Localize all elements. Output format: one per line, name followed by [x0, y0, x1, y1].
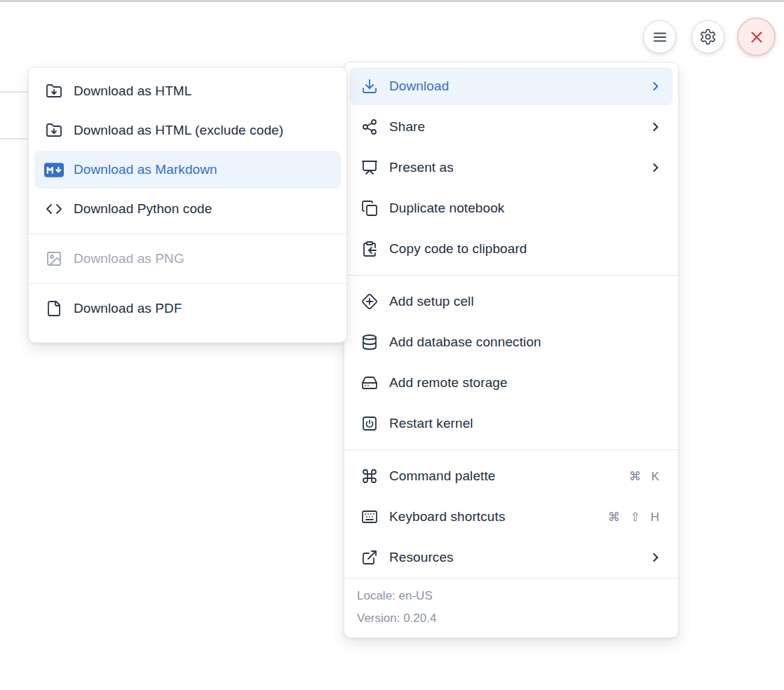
menu-item-resources[interactable]: Resources — [350, 539, 673, 576]
settings-button[interactable] — [691, 20, 724, 53]
menu-item-download-as-png[interactable]: Download as PNG — [34, 240, 341, 278]
hard-drive-icon — [360, 374, 379, 391]
menu-item-label: Add remote storage — [389, 375, 663, 391]
menu-item-restart-kernel[interactable]: Restart kernel — [350, 405, 673, 442]
folder-down-icon — [44, 122, 64, 139]
menu-item-keyboard-shortcuts[interactable]: Keyboard shortcuts⌘ ⇧ H — [350, 498, 673, 536]
square-power-icon — [360, 415, 379, 432]
chevron-right-icon — [649, 550, 663, 564]
menu-divider — [344, 449, 678, 450]
markdown-badge-icon — [44, 161, 64, 178]
menu-item-label: Download as HTML (exclude code) — [74, 123, 331, 138]
command-icon — [360, 468, 379, 485]
menu-item-download-as-html[interactable]: Download as HTML — [34, 72, 341, 110]
x-icon — [748, 28, 766, 46]
menu-item-label: Duplicate notebook — [389, 201, 663, 216]
locale-text: Locale: en-US — [357, 589, 665, 603]
menu-item-label: Download Python code — [74, 201, 331, 217]
menu-item-download-as-pdf[interactable]: Download as PDF — [34, 290, 341, 327]
file-icon — [44, 300, 64, 317]
menu-item-add-remote-storage[interactable]: Add remote storage — [350, 364, 673, 402]
menu-item-present-as[interactable]: Present as — [350, 149, 673, 187]
menu-divider — [29, 234, 346, 234]
chevron-right-icon — [649, 161, 663, 175]
image-icon — [44, 250, 64, 267]
menu-item-download-as-markdown[interactable]: Download as Markdown — [34, 151, 341, 189]
menu-item-label: Resources — [389, 550, 649, 565]
menu-item-command-palette[interactable]: Command palette⌘ K — [350, 457, 673, 495]
page-rule-top — [0, 91, 29, 93]
chevron-right-icon — [649, 79, 663, 93]
hamburger-icon — [651, 29, 668, 46]
download-icon — [360, 78, 379, 95]
version-text: Version: 0.20.4 — [357, 611, 665, 625]
menu-item-label: Restart kernel — [389, 416, 663, 431]
folder-down-icon — [44, 83, 64, 100]
menu-footer: Locale: en-US Version: 0.20.4 — [344, 578, 678, 638]
database-icon — [360, 334, 379, 351]
menu-item-add-database-connection[interactable]: Add database connection — [350, 323, 673, 361]
external-link-icon — [360, 549, 379, 566]
menu-item-duplicate-notebook[interactable]: Duplicate notebook — [350, 189, 673, 227]
diamond-plus-icon — [360, 293, 379, 310]
close-button[interactable] — [737, 18, 776, 56]
menu-items-container: DownloadSharePresent asDuplicate noteboo… — [344, 66, 678, 578]
menu-item-label: Download as HTML — [74, 83, 331, 99]
copy-icon — [360, 200, 379, 217]
menu-item-label: Copy code to clipboard — [389, 241, 663, 257]
menu-item-label: Command palette — [389, 468, 629, 484]
notebook-menu-button[interactable] — [643, 20, 676, 53]
menu-item-label: Add setup cell — [389, 294, 663, 309]
menu-divider — [344, 275, 678, 276]
menu-item-label: Download as Markdown — [74, 162, 331, 177]
clipboard-copy-icon — [360, 241, 379, 257]
menu-divider — [29, 283, 346, 284]
share-icon — [360, 119, 379, 135]
notebook-actions-menu: DownloadSharePresent asDuplicate noteboo… — [344, 62, 679, 638]
presentation-icon — [360, 159, 379, 176]
menu-item-download[interactable]: Download — [350, 67, 673, 105]
page-rule-bottom — [0, 138, 29, 140]
menu-item-download-as-html-exclude-code[interactable]: Download as HTML (exclude code) — [34, 111, 341, 149]
code-icon — [44, 201, 64, 217]
keyboard-icon — [360, 508, 379, 525]
window-top-border — [0, 0, 784, 2]
menu-item-label: Download as PDF — [74, 301, 331, 316]
menu-item-label: Add database connection — [389, 334, 663, 350]
menu-item-label: Present as — [389, 160, 649, 175]
gear-icon — [699, 28, 717, 46]
download-submenu: Download as HTMLDownload as HTML (exclud… — [28, 67, 347, 343]
menu-item-label: Download — [389, 79, 649, 94]
menu-item-label: Keyboard shortcuts — [389, 509, 608, 525]
menu-item-download-python-code[interactable]: Download Python code — [34, 190, 341, 228]
menu-item-copy-code-to-clipboard[interactable]: Copy code to clipboard — [350, 230, 673, 268]
shortcut-hint: ⌘ K — [629, 469, 663, 484]
menu-item-label: Share — [389, 119, 649, 135]
shortcut-hint: ⌘ ⇧ H — [608, 510, 663, 525]
menu-item-share[interactable]: Share — [350, 108, 673, 146]
chevron-right-icon — [649, 120, 663, 134]
menu-item-add-setup-cell[interactable]: Add setup cell — [350, 283, 673, 320]
menu-item-label: Download as PNG — [74, 251, 331, 266]
